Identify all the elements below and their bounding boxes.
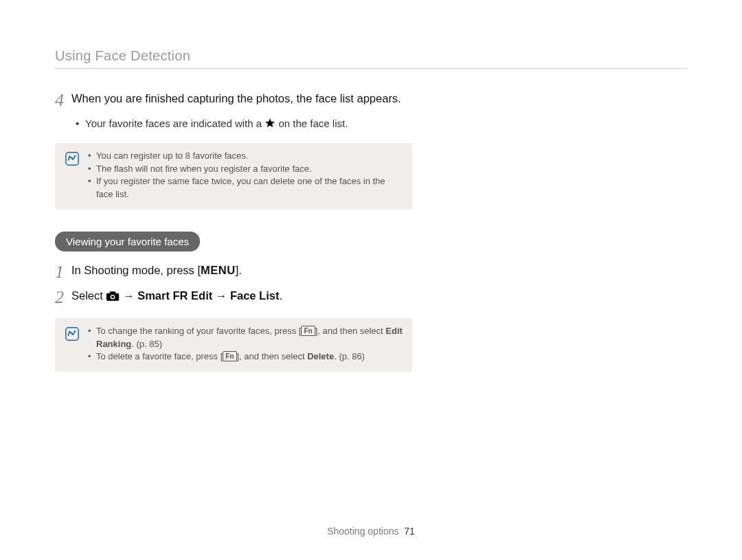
note-2-item-2-after: ], and then select [237, 351, 308, 361]
step-number-2: 2 [55, 288, 71, 306]
footer-page-number: 71 [404, 526, 415, 537]
section-pill-viewing-faces: Viewing your favorite faces [55, 232, 200, 251]
step-number-1: 1 [55, 262, 71, 281]
note-2-item-2-page: . (p. 86) [334, 351, 365, 361]
fn-key-icon: Fn [301, 326, 315, 336]
note-icon [65, 151, 80, 169]
note-2-item-1: To change the ranking of your favorite f… [88, 325, 403, 351]
step-2-text: Select → Smart FR Edit → Face List. [71, 288, 282, 306]
footer-section: Shooting options [327, 526, 398, 537]
menu-key-label: MENU [201, 264, 236, 276]
fn-key-icon-2: Fn [223, 351, 236, 361]
step-1-text: In Shooting mode, press [MENU]. [71, 262, 242, 279]
note-2-list: To change the ranking of your favorite f… [88, 325, 403, 364]
note-icon-2 [65, 326, 80, 344]
step-4-bullet-1: Your favorite faces are indicated with a… [76, 116, 412, 133]
step-1-text-before: In Shooting mode, press [ [71, 264, 201, 276]
step-4-bullet-text-before: Your favorite faces are indicated with a [85, 117, 262, 129]
content-column: 4 When you are finished capturing the ph… [55, 91, 412, 372]
step-2-arrow-2: → [212, 289, 230, 302]
step-1: 1 In Shooting mode, press [MENU]. [55, 262, 412, 281]
note-1-item-3: If you register the same face twice, you… [88, 175, 403, 201]
note-2-item-2-before: To delete a favorite face, press [ [96, 351, 223, 361]
step-1-text-after: ]. [236, 264, 242, 276]
note-2-item-1-after: ], and then select [315, 326, 386, 336]
note-2-item-1-page: . (p. 85) [131, 339, 162, 349]
step-number-4: 4 [55, 91, 71, 109]
step-2: 2 Select → Smart FR Edit → Face List. [55, 288, 412, 306]
step-4-bullet-text-after: on the face list. [278, 117, 348, 129]
note-1-item-1: You can register up to 8 favorite faces. [88, 150, 403, 163]
step-2-period: . [279, 289, 282, 302]
note-1-list: You can register up to 8 favorite faces.… [88, 150, 403, 201]
page-title: Using Face Detection [55, 48, 687, 64]
note-2-item-2: To delete a favorite face, press [Fn], a… [88, 350, 403, 363]
step-4-bullets: Your favorite faces are indicated with a… [76, 116, 412, 133]
note-box-1: You can register up to 8 favorite faces.… [55, 143, 412, 210]
svg-marker-0 [265, 119, 275, 128]
svg-rect-3 [110, 292, 115, 294]
step-2-arrow-1: → [123, 289, 137, 302]
step-2-face-list: Face List [230, 289, 280, 302]
star-icon [265, 117, 276, 133]
note-2-item-1-before: To change the ranking of your favorite f… [96, 326, 301, 336]
title-rule [55, 68, 687, 69]
note-box-2: To change the ranking of your favorite f… [55, 318, 412, 372]
note-1-item-2: The flash will not fire when you registe… [88, 163, 403, 176]
step-2-smart-fr: Smart FR Edit [137, 289, 212, 302]
svg-point-5 [112, 296, 115, 299]
delete-label: Delete [307, 351, 334, 361]
page-footer: Shooting options 71 [0, 526, 742, 537]
step-2-select: Select [71, 289, 106, 302]
camera-icon [106, 290, 120, 306]
step-4-text: When you are finished capturing the phot… [71, 91, 401, 107]
step-4: 4 When you are finished capturing the ph… [55, 91, 412, 109]
